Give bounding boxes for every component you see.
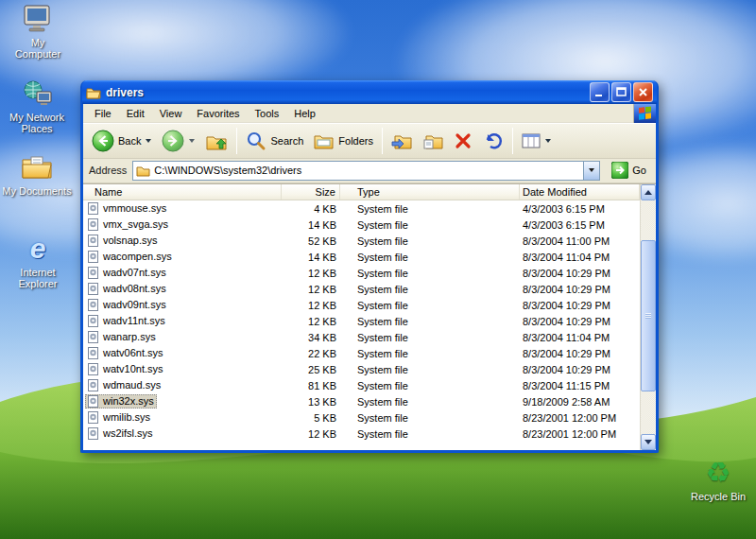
system-file-icon <box>87 411 99 424</box>
file-row[interactable]: wadv07nt.sys 12 KB System file 8/3/2004 … <box>83 265 640 281</box>
file-size: 12 KB <box>282 428 340 440</box>
file-size: 4 KB <box>282 203 340 215</box>
scroll-down-button[interactable] <box>641 434 656 450</box>
file-date: 8/3/2004 10:29 PM <box>520 300 640 311</box>
maximize-button[interactable] <box>611 82 631 102</box>
system-file-icon <box>87 379 99 391</box>
system-file-icon <box>87 299 99 311</box>
system-file-icon <box>87 202 99 215</box>
file-row[interactable]: win32x.sys 13 KB System file 9/18/2009 2… <box>83 393 640 409</box>
scrollbar-thumb[interactable] <box>641 240 656 391</box>
file-type: System file <box>340 348 520 359</box>
file-row[interactable]: wadv09nt.sys 12 KB System file 8/3/2004 … <box>83 297 640 313</box>
file-row[interactable]: wdmaud.sys 81 KB System file 8/3/2004 11… <box>83 377 640 393</box>
file-row[interactable]: wanarp.sys 34 KB System file 8/3/2004 11… <box>83 329 640 345</box>
address-input[interactable]: C:\WINDOWS\system32\drivers <box>132 161 600 181</box>
views-dropdown-icon <box>545 139 551 143</box>
back-button[interactable]: Back <box>87 127 156 155</box>
desktop-icon-my-network-places[interactable]: My Network Places <box>5 78 69 134</box>
menu-tools[interactable]: Tools <box>248 106 287 121</box>
up-button[interactable] <box>200 128 232 154</box>
toolbar-separator <box>236 128 237 154</box>
titlebar[interactable]: drivers <box>82 80 657 104</box>
column-headers: Name Size Type Date Modified <box>83 184 640 200</box>
file-row[interactable]: watv10nt.sys 25 KB System file 8/3/2004 … <box>83 361 640 377</box>
search-button[interactable]: Search <box>241 128 308 154</box>
copy-to-button[interactable] <box>418 129 448 153</box>
system-file-icon <box>87 267 99 279</box>
desktop-icon-label: My Computer <box>8 37 68 60</box>
file-date: 8/23/2001 12:00 PM <box>520 412 640 424</box>
menu-favorites[interactable]: Favorites <box>189 106 247 121</box>
system-file-icon <box>87 395 99 408</box>
address-value: C:\WINDOWS\system32\drivers <box>154 165 301 176</box>
menu-edit[interactable]: Edit <box>119 106 152 121</box>
desktop-icon-label: Internet Explorer <box>8 267 68 289</box>
system-file-icon <box>87 283 99 295</box>
file-type: System file <box>340 332 520 343</box>
file-row[interactable]: wadv08nt.sys 12 KB System file 8/3/2004 … <box>83 281 640 297</box>
go-icon <box>611 162 628 179</box>
file-name: volsnap.sys <box>103 235 157 246</box>
file-name: wanarp.sys <box>103 331 156 342</box>
file-date: 8/3/2004 10:29 PM <box>520 284 640 295</box>
file-date: 8/3/2004 10:29 PM <box>520 268 640 279</box>
file-row[interactable]: vmx_svga.sys 14 KB System file 4/3/2003 … <box>83 217 640 233</box>
file-date: 8/23/2001 12:00 PM <box>520 428 640 440</box>
file-type: System file <box>340 380 520 391</box>
delete-button[interactable] <box>449 129 477 153</box>
scroll-up-button[interactable] <box>641 184 656 200</box>
menu-file[interactable]: File <box>87 106 119 121</box>
file-type: System file <box>340 396 520 408</box>
toolbar-separator <box>382 128 383 154</box>
desktop-icon-internet-explorer[interactable]: e Internet Explorer <box>8 233 68 289</box>
forward-dropdown-icon <box>189 139 195 143</box>
file-size: 52 KB <box>282 235 340 247</box>
desktop-icon-my-documents[interactable]: My Documents <box>2 151 72 197</box>
column-header-date-modified[interactable]: Date Modified <box>520 184 640 200</box>
forward-button[interactable] <box>157 127 199 155</box>
file-row[interactable]: watv06nt.sys 22 KB System file 8/3/2004 … <box>83 345 640 361</box>
system-file-icon <box>87 315 99 327</box>
go-button[interactable]: Go <box>606 161 652 180</box>
column-header-name[interactable]: Name <box>83 184 282 200</box>
column-header-size[interactable]: Size <box>282 184 340 200</box>
undo-button[interactable] <box>478 129 508 153</box>
menu-view[interactable]: View <box>152 106 190 121</box>
system-file-icon <box>87 347 99 359</box>
file-row[interactable]: vmmouse.sys 4 KB System file 4/3/2003 6:… <box>83 200 640 217</box>
file-type: System file <box>340 252 520 263</box>
file-list: Name Size Type Date Modified vmmouse.sys… <box>83 183 656 450</box>
folders-button[interactable]: Folders <box>309 129 378 153</box>
close-button[interactable] <box>633 82 653 102</box>
toolbar-separator <box>512 128 513 154</box>
move-to-button[interactable] <box>387 129 417 153</box>
system-file-icon <box>87 235 99 247</box>
file-row[interactable]: ws2ifsl.sys 12 KB System file 8/23/2001 … <box>83 426 640 442</box>
folders-label: Folders <box>338 135 373 147</box>
file-name: wadv09nt.sys <box>103 299 166 310</box>
file-name: vmx_svga.sys <box>103 218 168 230</box>
folders-icon <box>314 131 335 150</box>
menu-help[interactable]: Help <box>286 106 323 121</box>
file-size: 12 KB <box>282 300 340 311</box>
minimize-button[interactable] <box>590 82 610 102</box>
views-button[interactable] <box>517 130 556 152</box>
my-computer-icon <box>8 3 68 35</box>
desktop-icon-recycle-bin[interactable]: ♻ Recycle Bin <box>688 457 748 502</box>
system-file-icon <box>87 363 99 375</box>
file-row[interactable]: wacompen.sys 14 KB System file 8/3/2004 … <box>83 249 640 265</box>
file-row[interactable]: wadv11nt.sys 12 KB System file 8/3/2004 … <box>83 313 640 329</box>
scrollbar-track[interactable] <box>641 200 656 434</box>
desktop-icon-my-computer[interactable]: My Computer <box>8 3 68 60</box>
file-type: System file <box>340 235 520 247</box>
search-icon <box>246 130 266 151</box>
file-size: 22 KB <box>282 348 340 359</box>
column-header-type[interactable]: Type <box>340 184 520 200</box>
vertical-scrollbar[interactable] <box>640 184 656 450</box>
file-row[interactable]: volsnap.sys 52 KB System file 8/3/2004 1… <box>83 233 640 249</box>
file-size: 25 KB <box>282 364 340 375</box>
file-row[interactable]: wmilib.sys 5 KB System file 8/23/2001 12… <box>83 409 640 426</box>
address-dropdown-button[interactable] <box>583 162 599 180</box>
file-size: 12 KB <box>282 316 340 327</box>
